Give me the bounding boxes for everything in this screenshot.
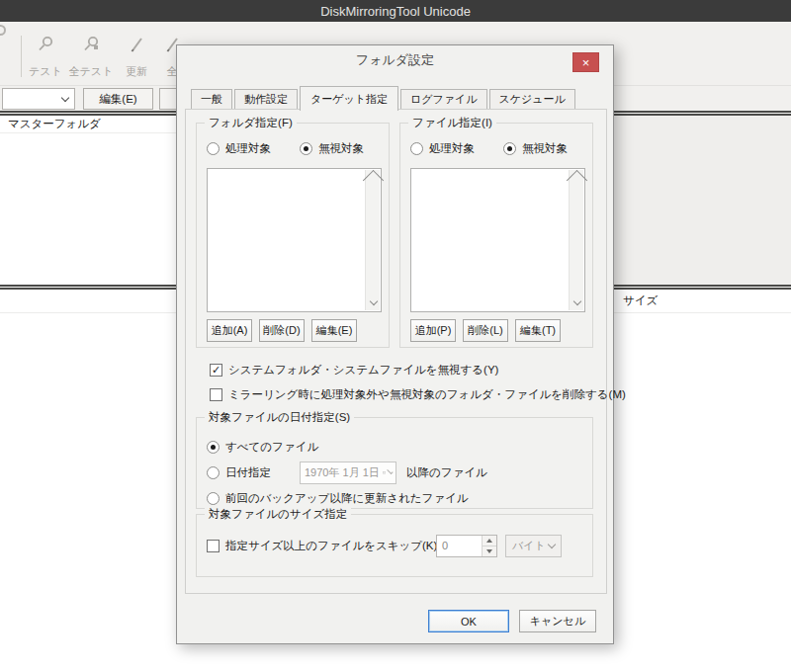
folder-spec-group: フォルダ指定(F) 処理対象 無視対象 追加(A) 削除(D) (196, 123, 390, 348)
window-title: DiskMirroringTool Unicode (320, 4, 471, 19)
after-files-label: 以降のファイル (406, 465, 487, 480)
file-radio-ignore-label: 無視対象 (522, 141, 568, 156)
spinner-down-icon[interactable] (483, 546, 496, 556)
radio-icon (410, 142, 423, 155)
delete-on-mirror-checkbox[interactable]: ミラーリング時に処理対象外や無視対象のフォルダ・ファイルを削除する(M) (210, 387, 626, 402)
date-picker-value: 1970年 1月 1日 (305, 465, 380, 480)
size-value: 0 (437, 536, 482, 556)
ignore-system-label: システムフォルダ・システムファイルを無視する(Y) (228, 363, 498, 378)
folder-settings-dialog: フォルダ設定 × 一般 動作設定 ターゲット指定 ログファイル スケジュール フ… (176, 44, 614, 644)
all-files-label: すべてのファイル (225, 440, 318, 455)
tab-schedule[interactable]: スケジュール (489, 89, 575, 109)
radio-icon (207, 142, 220, 155)
ignore-system-checkbox[interactable]: ✓ システムフォルダ・システムファイルを無視する(Y) (210, 363, 498, 378)
master-folder-combobox[interactable] (2, 88, 75, 110)
toolbar-button-all-test[interactable]: 全テスト (65, 36, 117, 79)
folder-radio-ignore-label: 無視対象 (318, 141, 364, 156)
radio-checked-icon (300, 142, 312, 155)
folder-remove-button[interactable]: 削除(D) (259, 319, 305, 342)
chevron-up-icon[interactable] (570, 170, 584, 185)
folder-edit-label: 編集(E) (316, 323, 353, 338)
chevron-down-icon[interactable] (366, 295, 381, 310)
folder-radio-ignore[interactable]: 無視対象 (300, 141, 364, 156)
tab-page-target: フォルダ指定(F) 処理対象 無視対象 追加(A) 削除(D) (185, 109, 607, 594)
spinner-up-icon[interactable] (483, 536, 496, 546)
since-backup-label: 前回のバックアップ以降に更新されたファイル (225, 491, 469, 506)
radio-checked-icon (207, 441, 220, 454)
chevron-down-icon[interactable] (570, 295, 584, 310)
date-picker[interactable]: 1970年 1月 1日 (300, 462, 396, 484)
file-spec-group: ファイル指定(I) 処理対象 無視対象 追加(P) 削除(L) (399, 123, 593, 348)
folder-remove-label: 削除(D) (263, 323, 300, 338)
close-button[interactable]: × (572, 52, 599, 72)
tab-logfile-label: ログファイル (410, 92, 478, 107)
radio-checked-icon (503, 142, 516, 155)
date-select-label: 日付指定 (225, 465, 271, 480)
close-icon: × (582, 55, 590, 70)
size-spec-group: 対象ファイルのサイズ指定 指定サイズ以上のファイルをスキップ(K) 0 バイト (196, 514, 593, 577)
date-radio-all-files[interactable]: すべてのファイル (207, 440, 318, 455)
tab-schedule-label: スケジュール (499, 92, 566, 107)
ok-button-label: OK (461, 616, 477, 628)
tab-target[interactable]: ターゲット指定 (300, 86, 398, 111)
file-radio-process[interactable]: 処理対象 (410, 141, 475, 156)
file-edit-button[interactable]: 編集(T) (515, 319, 561, 342)
tab-general-label: 一般 (201, 92, 222, 107)
folder-add-button[interactable]: 追加(A) (207, 319, 252, 342)
chevron-up-icon[interactable] (366, 170, 381, 185)
tab-target-label: ターゲット指定 (310, 92, 388, 107)
toolbar-button-test[interactable]: テスト (20, 36, 71, 79)
skip-size-checkbox[interactable]: 指定サイズ以上のファイルをスキップ(K) (207, 539, 437, 553)
edit-button[interactable]: 編集(E) (83, 88, 153, 110)
pencil-icon (128, 36, 145, 55)
size-value-input[interactable]: 0 (436, 535, 497, 557)
checkbox-icon (207, 540, 220, 552)
file-add-button[interactable]: 追加(P) (410, 319, 456, 342)
file-edit-label: 編集(T) (520, 323, 556, 338)
size-spinner[interactable] (482, 536, 496, 556)
magnifier-icon (37, 36, 54, 55)
size-column-header[interactable]: サイズ (623, 294, 658, 308)
radio-icon (207, 466, 220, 479)
edit-button-label: 編集(E) (99, 92, 136, 107)
cancel-button[interactable]: キャンセル (519, 610, 596, 632)
size-unit-select[interactable]: バイト (505, 535, 562, 557)
dialog-tabs: 一般 動作設定 ターゲット指定 ログファイル スケジュール (191, 85, 577, 110)
cancel-button-label: キャンセル (530, 614, 585, 629)
size-group-title: 対象ファイルのサイズ指定 (205, 507, 351, 522)
date-spec-group: 対象ファイルの日付指定(S) すべてのファイル 日付指定 1970年 1月 1日… (196, 417, 593, 509)
size-header-label: サイズ (623, 294, 658, 306)
toolbar-label-test: テスト (29, 64, 62, 79)
folder-listbox-scrollbar[interactable] (365, 170, 380, 310)
tab-logfile[interactable]: ログファイル (400, 89, 487, 109)
file-remove-button[interactable]: 削除(L) (463, 319, 508, 342)
checkbox-checked-icon: ✓ (210, 364, 222, 377)
date-radio-date-select[interactable]: 日付指定 (207, 465, 271, 480)
file-radio-ignore[interactable]: 無視対象 (503, 141, 568, 156)
calendar-icon (383, 467, 387, 478)
file-add-label: 追加(P) (415, 323, 452, 338)
size-unit-value: バイト (512, 539, 546, 553)
tab-operation-label: 動作設定 (244, 92, 288, 107)
folder-radio-process-label: 処理対象 (225, 141, 271, 156)
tab-general[interactable]: 一般 (191, 89, 232, 109)
folder-listbox[interactable] (207, 168, 382, 312)
skip-size-label: 指定サイズ以上のファイルをスキップ(K) (225, 539, 437, 553)
radio-icon (207, 492, 220, 505)
chevron-down-icon (548, 541, 556, 548)
file-radio-process-label: 処理対象 (429, 141, 475, 156)
window-titlebar: DiskMirroringTool Unicode (0, 0, 791, 22)
folder-group-title: フォルダ指定(F) (205, 116, 297, 130)
file-listbox-scrollbar[interactable] (569, 170, 583, 310)
folder-radio-process[interactable]: 処理対象 (207, 141, 271, 156)
right-panel-background (611, 116, 791, 285)
delete-on-mirror-label: ミラーリング時に処理対象外や無視対象のフォルダ・ファイルを削除する(M) (228, 387, 626, 402)
toolbar-label-all-test: 全テスト (69, 64, 114, 79)
date-radio-since-backup[interactable]: 前回のバックアップ以降に更新されたファイル (207, 491, 469, 506)
ok-button[interactable]: OK (428, 610, 509, 632)
tab-operation[interactable]: 動作設定 (234, 89, 298, 109)
dialog-title: フォルダ設定 (356, 51, 434, 69)
file-listbox[interactable] (410, 168, 585, 312)
folder-edit-button[interactable]: 編集(E) (311, 319, 357, 342)
date-group-title: 対象ファイルの日付指定(S) (205, 410, 354, 425)
